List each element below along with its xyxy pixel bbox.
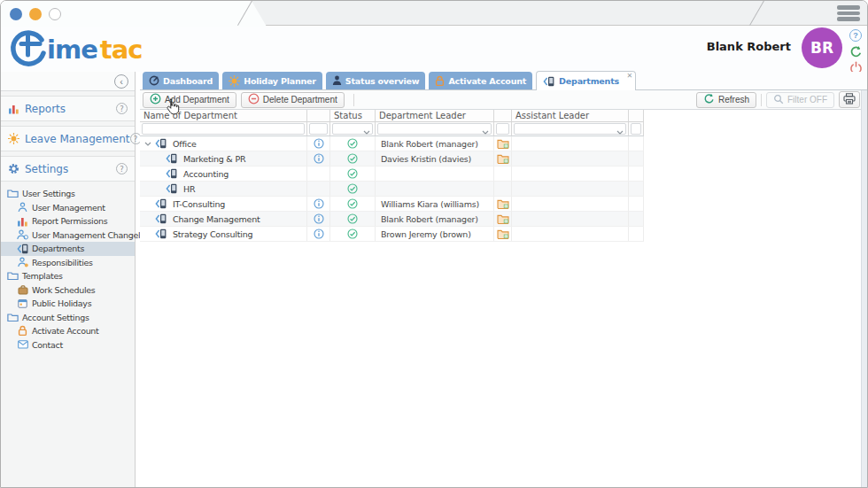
sidebar-item-departments[interactable]: Departments xyxy=(1,242,135,256)
traffic-light-blue[interactable] xyxy=(10,8,22,20)
filter-cell-department-leader xyxy=(376,122,494,136)
sidebar-item-account-settings[interactable]: Account Settings xyxy=(1,311,135,325)
delete-department-button[interactable]: Delete Department xyxy=(241,92,345,108)
sidebar-item-user-management[interactable]: User Management xyxy=(1,201,135,215)
calendar-icon xyxy=(16,298,29,308)
department-name: Strategy Consulting xyxy=(173,229,252,239)
close-icon[interactable]: ✕ xyxy=(626,72,632,80)
sidebar-item-contact[interactable]: Contact xyxy=(1,338,135,352)
sidebar-item-label: User Management Changelog xyxy=(32,230,151,240)
clock-t-icon xyxy=(8,28,47,69)
table-row[interactable]: Accounting xyxy=(140,167,645,182)
sidebar-item-label: Templates xyxy=(22,271,63,281)
sun-icon xyxy=(229,75,240,87)
column-header-department-leader[interactable]: Department Leader xyxy=(376,110,494,122)
department-icon xyxy=(155,213,167,224)
department-name-cell: Marketing & PR xyxy=(140,151,307,167)
menu-icon[interactable] xyxy=(835,4,862,23)
table-row[interactable]: Marketing & PRDavies Kristin (davies) xyxy=(140,151,645,167)
filter-input-name-of-department[interactable] xyxy=(142,123,305,135)
column-header-name-of-department[interactable]: Name of Department xyxy=(140,110,307,122)
column-header-spacer-4[interactable] xyxy=(494,110,512,122)
search-icon xyxy=(773,94,784,106)
sidebar-item-activate-account[interactable]: Activate Account xyxy=(1,324,135,338)
folder-doc-icon[interactable] xyxy=(497,213,509,224)
expander-chevron-icon[interactable] xyxy=(143,142,152,146)
sidebar-item-reports[interactable]: Reports? xyxy=(1,96,135,121)
sidebar-item-user-settings[interactable]: User Settings xyxy=(1,187,135,201)
grid-filter-row xyxy=(140,122,645,136)
table-row[interactable]: Change ManagementBlank Robert (manager) xyxy=(140,212,645,227)
sidebar-item-public-holidays[interactable]: Public Holidays xyxy=(1,297,135,311)
department-name: Change Management xyxy=(173,214,260,224)
right-panel-strip[interactable] xyxy=(861,90,867,488)
folder-cell xyxy=(494,212,512,227)
refresh-icon[interactable] xyxy=(849,44,863,58)
folder-doc-icon[interactable] xyxy=(497,138,509,149)
info-cell xyxy=(307,197,330,212)
filter-input-4[interactable] xyxy=(496,123,509,135)
check-circle-icon xyxy=(347,153,358,164)
traffic-light-white[interactable] xyxy=(49,8,61,20)
avatar[interactable]: BR xyxy=(802,27,842,68)
department-leader-cell: Blank Robert (manager) xyxy=(376,136,494,151)
tab-label: Holiday Planner xyxy=(244,76,316,86)
sidebar-item-templates[interactable]: Templates xyxy=(1,269,135,283)
help-icon[interactable]: ? xyxy=(116,103,128,114)
folder-doc-icon[interactable] xyxy=(497,198,509,209)
filter-off-button[interactable]: Filter OFF xyxy=(766,92,834,108)
sidebar-item-work-schedules[interactable]: Work Schedules xyxy=(1,283,135,298)
table-row[interactable]: OfficeBlank Robert (manager) xyxy=(140,136,645,151)
column-header-spacer-1[interactable] xyxy=(307,110,330,122)
tab-holiday-planner[interactable]: Holiday Planner xyxy=(222,72,322,89)
tab-departments[interactable]: Departments✕ xyxy=(536,71,636,90)
tab-status-overview[interactable]: Status overview xyxy=(326,72,426,89)
column-header-spacer-6[interactable] xyxy=(629,110,644,122)
folder-doc-icon[interactable] xyxy=(497,153,509,164)
department-leader: Brown Jeremy (brown) xyxy=(381,229,471,239)
briefcase-icon xyxy=(16,285,29,295)
column-header-status[interactable]: Status xyxy=(330,110,376,122)
print-button[interactable] xyxy=(839,91,860,108)
filter-combo-assistant-leader[interactable] xyxy=(514,123,626,135)
add-department-button[interactable]: Add Department xyxy=(143,92,236,108)
filter-cell-status xyxy=(330,122,376,136)
sidebar-item-label: Leave Management xyxy=(25,133,130,145)
sidebar-item-responsibilities[interactable]: Responsibilities xyxy=(1,256,135,270)
table-row[interactable]: HR xyxy=(140,182,645,197)
filter-input-6[interactable] xyxy=(631,123,641,135)
tab-dashboard[interactable]: Dashboard xyxy=(143,72,219,89)
collapse-sidebar-button[interactable]: ‹ xyxy=(114,74,128,89)
status-cell xyxy=(330,212,376,227)
table-row[interactable]: IT-ConsultingWilliams Kiara (williams) xyxy=(140,197,645,212)
tab-activate-account[interactable]: Activate Account xyxy=(429,72,532,89)
info-icon[interactable] xyxy=(314,213,324,224)
tab-label: Status overview xyxy=(345,76,420,86)
info-icon[interactable] xyxy=(314,198,324,209)
refresh-icon xyxy=(703,93,715,106)
table-row[interactable]: Strategy ConsultingBrown Jeremy (brown) xyxy=(140,227,645,242)
refresh-button[interactable]: Refresh xyxy=(696,92,756,108)
filter-input-1[interactable] xyxy=(309,123,328,135)
sidebar-item-report-permissions[interactable]: Report Permissions xyxy=(1,214,135,229)
info-icon[interactable] xyxy=(314,138,324,149)
info-icon[interactable] xyxy=(314,229,324,239)
timetac-logo[interactable]: ime tac xyxy=(8,28,142,69)
sidebar-item-settings[interactable]: Settings? xyxy=(1,156,135,182)
traffic-light-orange[interactable] xyxy=(29,8,42,20)
chevron-down-icon[interactable] xyxy=(616,127,624,136)
filter-combo-department-leader[interactable] xyxy=(377,123,492,135)
info-icon[interactable] xyxy=(314,153,324,164)
help-icon[interactable]: ? xyxy=(116,163,128,174)
spacer-cell xyxy=(629,227,644,242)
folder-doc-icon[interactable] xyxy=(497,229,509,239)
check-circle-icon xyxy=(347,213,358,224)
chevron-down-icon[interactable] xyxy=(363,127,370,136)
chevron-down-icon[interactable] xyxy=(482,127,489,136)
logo-text-tac: tac xyxy=(100,30,143,69)
sidebar-item-leave-management[interactable]: Leave Management? xyxy=(1,126,135,151)
filter-cell-spacer-4 xyxy=(494,122,512,136)
sidebar-item-user-management-changelog[interactable]: User Management Changelog xyxy=(1,229,135,243)
column-header-assistant-leader[interactable]: Assistant Leader xyxy=(512,110,629,122)
help-icon[interactable]: ? xyxy=(849,28,863,43)
